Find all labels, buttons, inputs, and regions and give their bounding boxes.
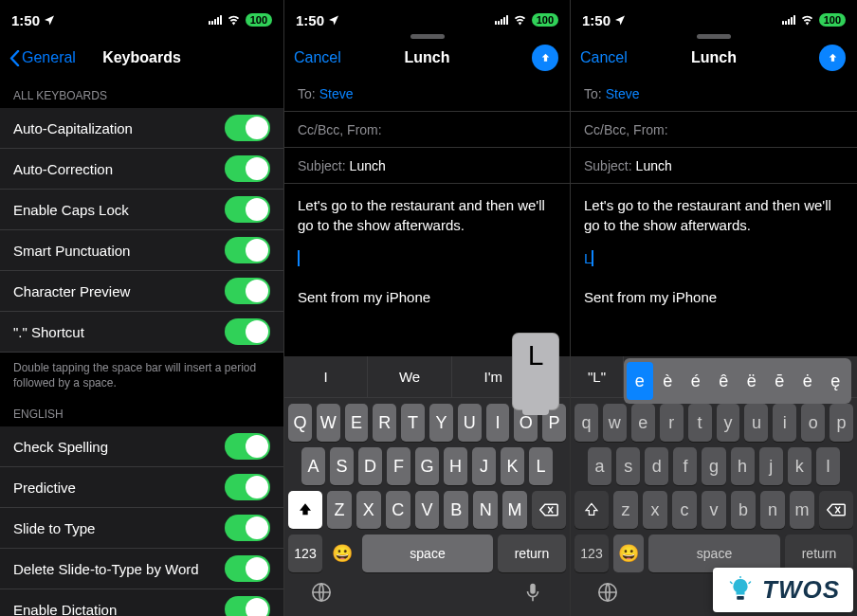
key-m[interactable]: M	[502, 491, 527, 529]
toggle-switch[interactable]	[225, 237, 270, 263]
numbers-key[interactable]: 123	[288, 534, 322, 572]
key-f[interactable]: f	[673, 447, 697, 485]
ccbcc-field[interactable]: Cc/Bcc, From:	[571, 112, 857, 148]
key-w[interactable]: w	[603, 404, 627, 442]
emoji-key[interactable]: 😀	[613, 534, 644, 572]
toggle-switch[interactable]	[225, 115, 270, 141]
key-y[interactable]: y	[717, 404, 740, 442]
key-c[interactable]: c	[672, 491, 697, 529]
accent-e-macron[interactable]: ē	[767, 362, 793, 400]
key-m[interactable]: m	[790, 491, 814, 529]
toggle-switch[interactable]	[225, 155, 270, 182]
key-q[interactable]: Q	[288, 404, 312, 442]
shift-key[interactable]	[288, 491, 322, 529]
toggle-switch[interactable]	[225, 318, 270, 345]
send-button[interactable]	[819, 45, 846, 71]
key-g[interactable]: G	[415, 447, 439, 485]
key-h[interactable]: H	[444, 447, 467, 485]
key-b[interactable]: b	[731, 491, 756, 529]
return-key[interactable]: return	[785, 534, 853, 572]
key-n[interactable]: n	[760, 491, 785, 529]
accent-e-circumflex[interactable]: ê	[711, 362, 738, 400]
cell-auto-capitalization[interactable]: Auto-Capitalization	[0, 108, 283, 149]
shift-key[interactable]	[574, 491, 609, 529]
space-key[interactable]: space	[362, 534, 493, 572]
sheet-grabber[interactable]	[410, 34, 445, 39]
prediction-2[interactable]: We	[368, 356, 451, 397]
accent-e-dotabove[interactable]: ė	[794, 362, 821, 400]
emoji-key[interactable]: 😀	[327, 534, 357, 572]
back-button[interactable]: General	[9, 49, 76, 66]
message-body[interactable]: Let's go to the restaurant and then we'l…	[571, 184, 857, 318]
key-q[interactable]: q	[574, 404, 598, 442]
globe-icon[interactable]	[311, 582, 332, 607]
key-s[interactable]: s	[616, 447, 640, 485]
toggle-switch[interactable]	[225, 278, 270, 304]
toggle-switch[interactable]	[225, 555, 270, 582]
delete-key[interactable]	[819, 491, 853, 529]
key-s[interactable]: S	[330, 447, 354, 485]
cell-enable-caps-lock[interactable]: Enable Caps Lock	[0, 190, 283, 230]
accent-e-grave[interactable]: è	[655, 362, 682, 400]
subject-field[interactable]: Subject: Lunch	[571, 148, 857, 184]
key-g[interactable]: g	[702, 447, 725, 485]
mic-icon[interactable]	[522, 582, 543, 607]
to-recipient[interactable]: Steve	[606, 86, 640, 101]
key-b[interactable]: B	[444, 491, 468, 529]
key-j[interactable]: j	[759, 447, 783, 485]
cell-enable-dictation[interactable]: Enable Dictation	[0, 589, 283, 616]
key-u[interactable]: u	[744, 404, 768, 442]
return-key[interactable]: return	[498, 534, 566, 572]
toggle-switch[interactable]	[225, 596, 270, 616]
key-t[interactable]: t	[688, 404, 712, 442]
message-body[interactable]: Let's go to the restaurant and then we'l…	[284, 184, 570, 318]
cell-slide-to-type[interactable]: Slide to Type	[0, 508, 283, 549]
toggle-switch[interactable]	[225, 196, 270, 223]
key-a[interactable]: A	[301, 447, 325, 485]
key-u[interactable]: U	[458, 404, 482, 442]
toggle-switch[interactable]	[225, 474, 270, 500]
key-j[interactable]: J	[472, 447, 496, 485]
key-c[interactable]: C	[386, 491, 410, 529]
key-w[interactable]: W	[317, 404, 340, 442]
toggle-switch[interactable]	[225, 515, 270, 541]
key-k[interactable]: k	[788, 447, 811, 485]
key-r[interactable]: r	[660, 404, 684, 442]
accent-e-diaeresis[interactable]: ë	[738, 362, 765, 400]
key-h[interactable]: h	[731, 447, 755, 485]
key-z[interactable]: Z	[327, 491, 352, 529]
to-field[interactable]: To: Steve	[284, 76, 570, 112]
cell-delete-slide-to-type[interactable]: Delete Slide-to-Type by Word	[0, 549, 283, 589]
accent-e[interactable]: e	[627, 362, 653, 400]
toggle-switch[interactable]	[225, 433, 270, 460]
key-z[interactable]: z	[613, 491, 638, 529]
key-l[interactable]: L	[529, 447, 553, 485]
key-o[interactable]: o	[801, 404, 825, 442]
space-key[interactable]: space	[648, 534, 780, 572]
sheet-grabber[interactable]	[697, 34, 731, 39]
accent-e-ogonek[interactable]: ę	[823, 362, 849, 400]
key-r[interactable]: R	[373, 404, 396, 442]
key-n[interactable]: N	[473, 491, 498, 529]
key-d[interactable]: D	[358, 447, 382, 485]
accent-e-acute[interactable]: é	[683, 362, 709, 400]
globe-icon[interactable]	[597, 582, 618, 607]
cell-predictive[interactable]: Predictive	[0, 467, 283, 508]
numbers-key[interactable]: 123	[574, 534, 609, 572]
cancel-button[interactable]: Cancel	[580, 49, 628, 66]
delete-key[interactable]	[532, 491, 566, 529]
cell-smart-punctuation[interactable]: Smart Punctuation	[0, 230, 283, 271]
key-e[interactable]: E	[345, 404, 369, 442]
to-recipient[interactable]: Steve	[319, 86, 354, 101]
key-x[interactable]: x	[643, 491, 667, 529]
key-y[interactable]: Y	[429, 404, 453, 442]
prediction-1[interactable]: I	[284, 356, 368, 397]
key-i[interactable]: I	[486, 404, 510, 442]
key-k[interactable]: K	[501, 447, 524, 485]
key-e[interactable]: e	[631, 404, 655, 442]
cell-character-preview[interactable]: Character Preview	[0, 271, 283, 312]
key-x[interactable]: X	[356, 491, 381, 529]
key-i[interactable]: i	[773, 404, 796, 442]
send-button[interactable]	[532, 45, 558, 71]
key-v[interactable]: V	[415, 491, 440, 529]
